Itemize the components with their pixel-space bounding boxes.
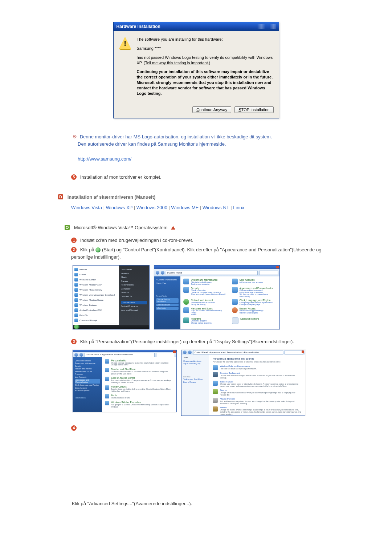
samsung-homepage-link[interactable]: http://www.samsung.com/ <box>78 156 131 162</box>
hw-device: Samsung **** <box>137 46 274 51</box>
start-orb-icon <box>74 325 79 329</box>
step-5-text: Installation af monitordriver er komplet… <box>80 174 162 180</box>
logo-testing-link[interactable]: Tell me why this testing is important. <box>145 61 209 65</box>
section-d-badge: D <box>58 194 63 199</box>
screenshot-start-menu: InternetE-mailWelcome CenterWindows Medi… <box>73 265 150 329</box>
screenshot-personalization-panel: Control Panel > Appearance and Personali… <box>181 350 305 416</box>
up-arrow-icon <box>171 226 175 230</box>
stop-installation-button[interactable]: STOP Installation <box>234 106 273 113</box>
step-1: 1 Indsæt cd'en med brugervejledningen i … <box>71 237 334 244</box>
step-5: 5 Installation af monitordriver er kompl… <box>71 174 334 181</box>
step-badge-3: 3 <box>71 339 77 344</box>
dialog-title: Hardware Installation <box>117 24 160 29</box>
step-badge-4: 4 <box>71 425 77 431</box>
os-link-xp[interactable]: Windows XP <box>106 205 132 210</box>
hw-line2: has not passed Windows Logo testing to v… <box>137 55 274 66</box>
os-link-linux[interactable]: Linux <box>233 205 244 210</box>
close-icon <box>302 351 304 353</box>
dialog-titlebar: Hardware Installation <box>114 22 279 31</box>
dialog-body-text: The software you are installing for this… <box>137 37 274 100</box>
close-icon <box>276 266 279 268</box>
forward-icon <box>161 271 164 275</box>
os-link-nt[interactable]: Windows NT <box>203 205 229 210</box>
step-4: 4 <box>71 425 334 432</box>
step-badge-5: 5 <box>71 174 77 180</box>
warning-icon: ! <box>119 37 132 50</box>
vista-badge: O <box>65 225 70 230</box>
hw-line1: The software you are installing for this… <box>137 37 274 42</box>
step-3: 3 Klik på "Personalization"(Personlige i… <box>71 338 334 345</box>
asterisk-icon: ※ <box>73 134 77 139</box>
hw-warning-bold: Continuing your installation of this sof… <box>137 69 274 96</box>
step-badge-2: 2 <box>71 247 77 252</box>
os-links-row: Windows Vista | Windows XP | Windows 200… <box>71 205 334 210</box>
step-4-text: Klik på "Advanced Settings..."(Avancered… <box>72 501 334 506</box>
hardware-installation-dialog: Hardware Installation ! The software you… <box>113 22 279 118</box>
titlebar-gripper <box>256 24 276 29</box>
close-icon <box>173 351 176 353</box>
start-orb-icon <box>95 247 101 252</box>
step-2: 2 Klik på (Start) og "Control Panel"(Kon… <box>71 246 334 261</box>
vista-os-heading: O Microsoft® Windows Vista™ Operativsyst… <box>65 225 334 230</box>
step-badge-1: 1 <box>71 238 77 243</box>
screenshot-control-panel: ▸ Control Panel ▸ • Control Panel Home C… <box>154 265 280 329</box>
os-link-me[interactable]: Windows ME <box>171 205 199 210</box>
screenshot-appearance-panel: Control Panel > Appearance and Personali… <box>73 350 177 412</box>
os-link-vista[interactable]: Windows Vista <box>71 205 102 210</box>
section-d-heading: D Installation af skærmdriveren (Manuelt… <box>58 194 334 200</box>
os-link-2000[interactable]: Windows 2000 <box>136 205 167 210</box>
authorization-note: ※ Denne monitor-driver har MS Logo-autor… <box>73 133 334 163</box>
back-icon <box>156 271 159 275</box>
search-input <box>259 271 278 275</box>
continue-anyway-button[interactable]: Continue Anyway <box>192 106 231 113</box>
